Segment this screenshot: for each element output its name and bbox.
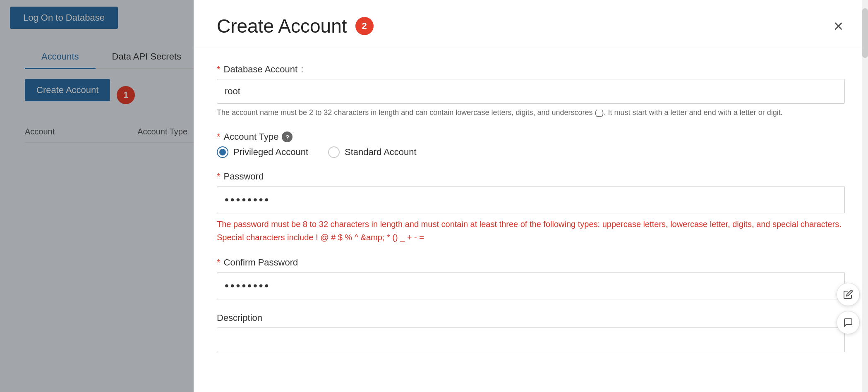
modal-body: * Database Account : The account name mu… xyxy=(194,61,868,392)
password-error: The password must be 8 to 32 characters … xyxy=(217,218,845,244)
privileged-account-label: Privileged Account xyxy=(233,147,308,158)
modal-header: Create Account 2 × xyxy=(194,0,868,49)
password-input[interactable] xyxy=(217,186,845,213)
required-star-3: * xyxy=(217,171,221,182)
edit-fab-button[interactable] xyxy=(837,283,860,306)
chat-icon xyxy=(843,318,853,327)
required-star-1: * xyxy=(217,64,221,75)
standard-radio-circle[interactable] xyxy=(328,146,340,158)
scrollbar-thumb[interactable] xyxy=(862,8,868,58)
modal-scrollbar[interactable] xyxy=(862,0,868,392)
privileged-radio-dot xyxy=(219,149,226,155)
fab-container xyxy=(837,283,860,334)
standard-account-option[interactable]: Standard Account xyxy=(328,146,417,158)
db-account-input[interactable] xyxy=(217,79,845,104)
close-button[interactable]: × xyxy=(832,16,845,36)
confirm-password-group: * Confirm Password xyxy=(217,257,845,299)
confirm-password-label: * Confirm Password xyxy=(217,257,845,268)
account-type-group: * Account Type ? Privileged Account Stan… xyxy=(217,131,845,158)
required-star-4: * xyxy=(217,257,221,268)
create-account-modal: Create Account 2 × * Database Account : … xyxy=(194,0,868,392)
description-label: Description xyxy=(217,313,845,323)
privileged-radio-circle[interactable] xyxy=(217,146,228,158)
description-input[interactable] xyxy=(217,327,845,352)
account-type-help-icon[interactable]: ? xyxy=(282,131,293,142)
description-group: Description xyxy=(217,313,845,352)
standard-account-label: Standard Account xyxy=(345,147,417,158)
account-type-radio-group: Privileged Account Standard Account xyxy=(217,146,845,158)
account-type-label: * Account Type ? xyxy=(217,131,845,142)
header-divider xyxy=(194,49,868,49)
modal-title-row: Create Account 2 xyxy=(217,15,374,37)
chat-fab-button[interactable] xyxy=(837,311,860,334)
db-account-group: * Database Account : The account name mu… xyxy=(217,64,845,118)
db-account-label: * Database Account : xyxy=(217,64,845,75)
db-account-hint: The account name must be 2 to 32 charact… xyxy=(217,107,845,118)
required-star-2: * xyxy=(217,131,221,142)
privileged-account-option[interactable]: Privileged Account xyxy=(217,146,308,158)
modal-title: Create Account xyxy=(217,15,347,37)
step-badge-2: 2 xyxy=(355,17,374,35)
password-label: * Password xyxy=(217,171,845,182)
password-group: * Password The password must be 8 to 32 … xyxy=(217,171,845,244)
edit-icon xyxy=(843,289,853,299)
confirm-password-input[interactable] xyxy=(217,272,845,299)
